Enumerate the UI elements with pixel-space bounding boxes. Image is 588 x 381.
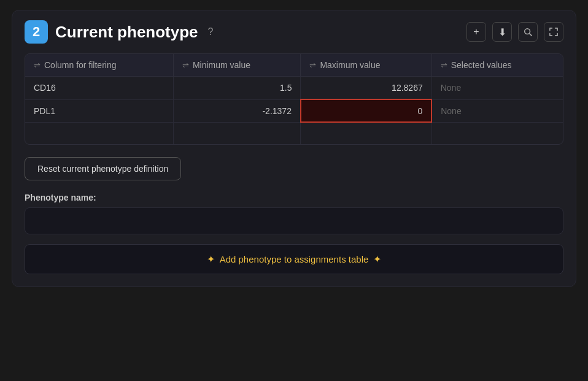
cell-empty-col [25,122,173,144]
search-icon [524,28,532,36]
cell-empty-max [301,122,431,144]
star-right-icon: ✦ [373,253,381,265]
cell-selected-value: None [431,77,563,100]
filter-icon-max: ⇌ [309,61,316,70]
cell-empty-min [173,122,301,144]
data-table: ⇌ Column for filtering ⇌ Minimum value ⇌ [25,54,563,144]
search-button[interactable] [518,22,538,42]
cell-max-value-highlighted[interactable]: 0 [301,99,431,122]
add-phenotype-button[interactable]: ✦ Add phenotype to assignments table ✦ [25,244,563,274]
cell-column-name: PDL1 [25,99,173,122]
main-card: 2 Current phenotype ? + ⬇ [12,10,576,287]
table-row: PDL1 -2.1372 0 None [25,99,563,122]
expand-icon [549,28,558,36]
star-left-icon: ✦ [207,253,215,265]
add-row-button[interactable]: + [466,22,486,42]
download-button[interactable]: ⬇ [492,22,512,42]
header-actions: + ⬇ [466,22,563,42]
help-icon[interactable]: ? [208,26,214,37]
th-min-value: ⇌ Minimum value [173,54,301,77]
th-max-value: ⇌ Maximum value [301,54,431,77]
header-left: 2 Current phenotype ? [25,20,213,44]
phenotype-name-input[interactable] [25,207,563,234]
header: 2 Current phenotype ? + ⬇ [25,20,563,44]
cell-min-value[interactable]: 1.5 [173,77,301,100]
data-table-wrapper: ⇌ Column for filtering ⇌ Minimum value ⇌ [25,53,563,145]
step-badge: 2 [25,20,48,44]
th-column-filter: ⇌ Column for filtering [25,54,173,77]
add-button-label: Add phenotype to assignments table [220,254,369,264]
filter-icon-sel: ⇌ [441,61,447,70]
cell-empty-sel [431,122,563,144]
svg-line-1 [530,34,532,36]
filter-icon-min: ⇌ [182,61,189,70]
phenotype-name-label: Phenotype name: [25,193,563,202]
table-row-empty [25,122,563,144]
th-selected-values: ⇌ Selected values [431,54,563,77]
cell-min-value[interactable]: -2.1372 [173,99,301,122]
table-row: CD16 1.5 12.8267 None [25,77,563,100]
cell-column-name: CD16 [25,77,173,100]
expand-button[interactable] [544,22,563,42]
filter-icon-col: ⇌ [34,61,41,70]
reset-button[interactable]: Reset current phenotype definition [25,157,181,180]
cell-selected-value: None [431,99,563,122]
table-header-row: ⇌ Column for filtering ⇌ Minimum value ⇌ [25,54,563,77]
page-title: Current phenotype [55,23,198,42]
cell-max-value[interactable]: 12.8267 [301,77,431,100]
